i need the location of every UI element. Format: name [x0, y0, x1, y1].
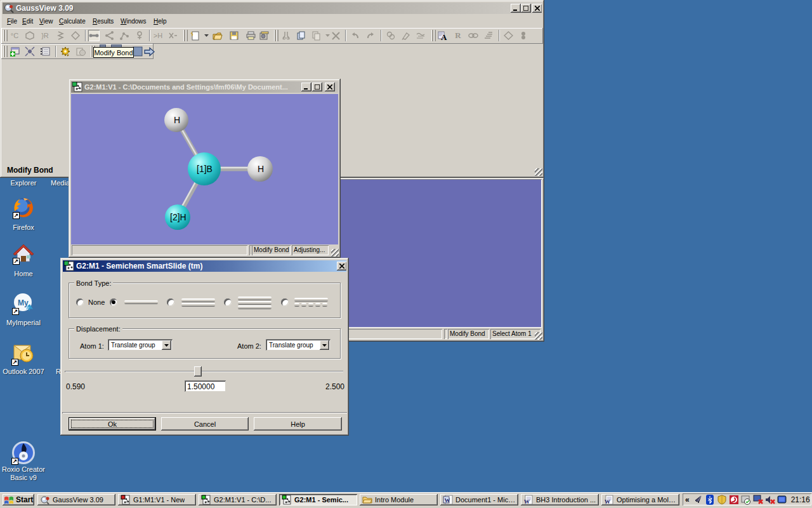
svg-text:H: H	[174, 115, 180, 125]
svg-text:H: H	[258, 164, 264, 174]
svg-text:W: W	[605, 498, 610, 505]
svg-text:A: A	[441, 32, 447, 41]
svg-text:W: W	[524, 498, 530, 505]
svg-text:[1]B: [1]B	[197, 164, 213, 174]
svg-text:W: W	[445, 497, 450, 504]
svg-text:[2]H: [2]H	[170, 212, 187, 222]
svg-text:My: My	[18, 298, 29, 307]
